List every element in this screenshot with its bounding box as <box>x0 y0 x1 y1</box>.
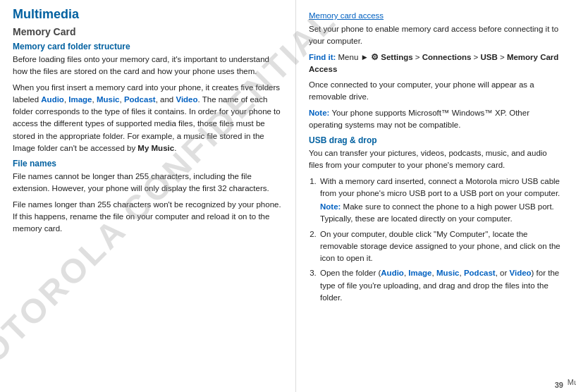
folder-structure-para1: Before loading files onto your memory ca… <box>13 54 283 78</box>
step3-video: Video <box>509 269 531 277</box>
memory-card-title: Memory Card <box>13 26 283 37</box>
left-column: MOTOROLA CONFIDENTIAL Multimedia Memory … <box>0 0 296 392</box>
main-title: Multimedia <box>13 7 283 22</box>
note-label-1: Note: <box>309 109 329 117</box>
file-names-title: File names <box>13 159 283 169</box>
footer: Multimedia 39 <box>555 381 563 389</box>
right-column: Memory card access Set your phone to ena… <box>296 0 576 392</box>
file-names-para2: File names longer than 255 characters wo… <box>13 199 283 235</box>
page-number: 39 <box>555 381 563 389</box>
video-label: Video <box>176 95 197 104</box>
footer-left: Multimedia <box>568 378 576 386</box>
file-names-para1: File names cannot be longer than 255 cha… <box>13 171 283 195</box>
connections-label: Connections <box>422 53 472 61</box>
step3-audio: Audio <box>381 269 404 277</box>
step3-image: Image <box>408 269 431 277</box>
settings-icon-label: ⚙ Settings <box>371 53 413 61</box>
page-container: MOTOROLA CONFIDENTIAL Multimedia Memory … <box>0 0 576 392</box>
usb-label: USB <box>480 53 497 61</box>
podcast-label: Podcast <box>124 95 156 104</box>
folder-structure-title: Memory card folder structure <box>13 42 283 51</box>
usb-steps-list: With a memory card inserted, connect a M… <box>309 176 563 305</box>
step-2: On your computer, double click "My Compu… <box>319 228 563 265</box>
audio-label: Audio <box>41 95 64 104</box>
find-it-row: Find it: Menu ► ⚙ Settings > Connections… <box>309 51 563 76</box>
my-music-label: My Music <box>137 144 174 152</box>
step-1: With a memory card inserted, connect a M… <box>319 176 563 226</box>
memory-card-access-body: Set your phone to enable memory card acc… <box>309 23 563 48</box>
windows-note: Note: Your phone supports Microsoft™ Win… <box>309 107 563 132</box>
step3-music: Music <box>436 269 460 277</box>
step-3: Open the folder (Audio, Image, Music, Po… <box>319 267 563 304</box>
step-1-note: Note: Make sure to connect the phone to … <box>320 201 563 226</box>
removable-drive-note: Once connected to your computer, your ph… <box>309 79 563 104</box>
usb-drag-drop-intro: You can transfer your pictures, videos, … <box>309 147 563 172</box>
music-label: Music <box>97 95 120 104</box>
usb-drag-drop-title: USB drag & drop <box>309 135 563 145</box>
folder-structure-para2: When you first insert a memory card into… <box>13 82 283 155</box>
step3-podcast: Podcast <box>464 269 496 277</box>
memory-card-access-link[interactable]: Memory card access <box>309 11 563 20</box>
find-it-label: Find it: <box>309 53 336 61</box>
image-label: Image <box>68 95 92 104</box>
